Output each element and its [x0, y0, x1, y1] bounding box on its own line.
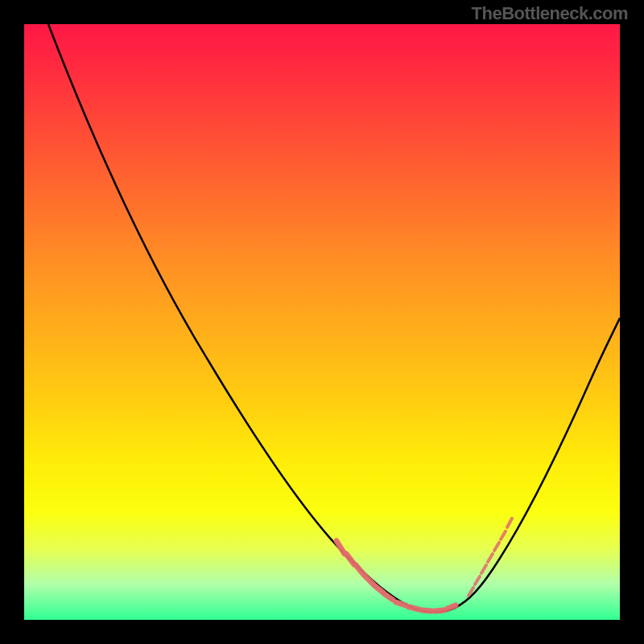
- watermark-text: TheBottleneck.com: [472, 3, 628, 24]
- chart-background: [24, 24, 620, 620]
